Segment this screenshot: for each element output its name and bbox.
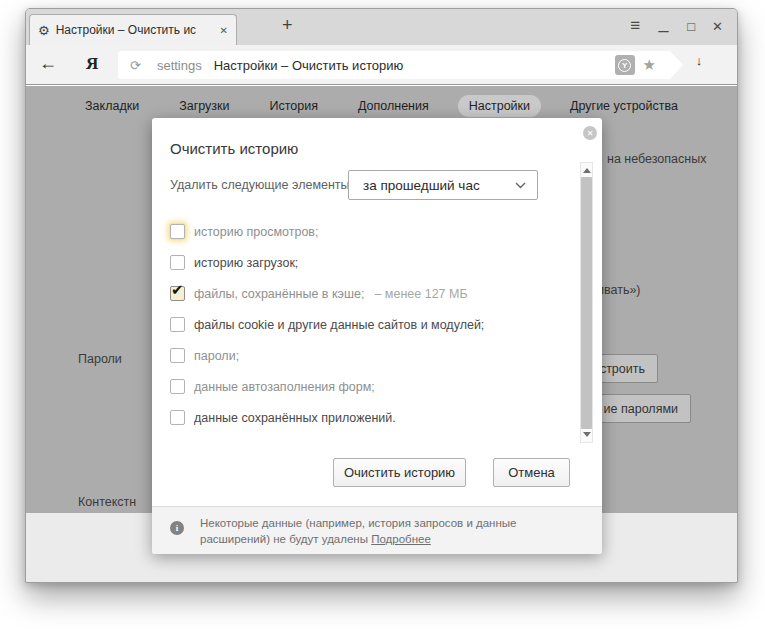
- clear-item-row: данные автозаполнения форм;: [170, 371, 560, 402]
- checkbox-label[interactable]: историю просмотров;: [194, 225, 319, 239]
- checkbox-label[interactable]: историю загрузок;: [194, 256, 298, 270]
- window-menu-button[interactable]: ≡: [630, 17, 640, 35]
- bg-passwords-label: Пароли: [78, 352, 122, 366]
- clear-item-row: пароли;: [170, 340, 560, 371]
- period-label: Удалить следующие элементы:: [170, 178, 353, 192]
- clear-item-row: файлы, сохранённые в кэше; – менее 127 М…: [170, 278, 560, 309]
- dialog-scrollbar[interactable]: [580, 162, 593, 443]
- clear-item-row: историю загрузок;: [170, 247, 560, 278]
- bg-text-unsafe-sites: на небезопасных: [607, 152, 706, 166]
- url-field[interactable]: ⟳ settings Настройки – Очистить историю …: [118, 51, 670, 79]
- window-controls: ≡—□✕: [630, 17, 723, 35]
- tab-close-icon[interactable]: ✕: [220, 25, 228, 36]
- nav-item-link[interactable]: Закладки: [74, 95, 150, 117]
- period-value: за прошедший час: [363, 178, 515, 193]
- scroll-down-icon[interactable]: [583, 432, 591, 437]
- protect-icon[interactable]: Y: [615, 55, 635, 75]
- back-icon[interactable]: ←: [39, 53, 57, 74]
- scrollbar-thumb[interactable]: [581, 177, 592, 429]
- checkbox-label[interactable]: данные автозаполнения форм;: [194, 380, 375, 394]
- cancel-button[interactable]: Отмена: [493, 458, 570, 487]
- dialog-footer: i Некоторые данные (например, история за…: [152, 506, 602, 554]
- checkbox-label[interactable]: файлы cookie и другие данные сайтов и мо…: [194, 318, 484, 332]
- clear-history-button[interactable]: Очистить историю: [333, 458, 466, 487]
- scroll-up-icon[interactable]: [583, 168, 591, 173]
- bg-context-label: Контекстн: [78, 495, 136, 509]
- settings-nav: ЗакладкиЗагрузкиИсторияДополненияНастрой…: [26, 95, 737, 117]
- nav-item-link[interactable]: История: [258, 95, 328, 117]
- url-field-arrow: [670, 51, 683, 79]
- checkbox[interactable]: [170, 348, 185, 363]
- refresh-icon[interactable]: ⟳: [130, 58, 141, 73]
- nav-item-active[interactable]: Настройки: [458, 95, 541, 117]
- window-close-button[interactable]: ✕: [712, 19, 723, 34]
- nav-item-link[interactable]: Другие устройства: [559, 95, 689, 117]
- period-select[interactable]: за прошедший час: [348, 170, 538, 200]
- clear-items-list: историю просмотров; историю загрузок; фа…: [170, 216, 560, 433]
- window-maximize-button[interactable]: □: [687, 19, 695, 34]
- checkbox[interactable]: [170, 379, 185, 394]
- checkbox-label[interactable]: пароли;: [194, 349, 239, 363]
- clear-item-row: файлы cookie и другие данные сайтов и мо…: [170, 309, 560, 340]
- settings-gear-icon: ⚙: [38, 23, 50, 38]
- checkbox-label[interactable]: данные сохранённых приложений.: [194, 411, 396, 425]
- active-tab[interactable]: ⚙ Настройки – Очистить ис ✕: [29, 14, 237, 45]
- clear-history-dialog: ✕ Очистить историю Удалить следующие эле…: [152, 118, 602, 554]
- info-icon: i: [170, 521, 184, 535]
- tab-bar: ⚙ Настройки – Очистить ис ✕ + ≡—□✕: [26, 9, 737, 45]
- dialog-close-icon[interactable]: ✕: [583, 126, 597, 140]
- dialog-title: Очистить историю: [170, 140, 298, 157]
- footer-note: Некоторые данные (например, история запр…: [200, 515, 516, 547]
- bg-text-fragment: ивать»): [597, 283, 641, 297]
- nav-item-link[interactable]: Загрузки: [168, 95, 240, 117]
- clear-item-row: историю просмотров;: [170, 216, 560, 247]
- url-prefix: settings: [157, 58, 202, 73]
- checkbox-suffix: – менее 127 МБ: [374, 287, 467, 301]
- new-tab-button[interactable]: +: [276, 15, 299, 36]
- bookmark-star-icon[interactable]: ★: [643, 56, 656, 74]
- address-bar: ← Я ⟳ settings Настройки – Очистить исто…: [26, 45, 737, 85]
- more-details-link[interactable]: Подробнее: [371, 533, 431, 545]
- nav-item-link[interactable]: Дополнения: [347, 95, 440, 117]
- checkbox[interactable]: [170, 410, 185, 425]
- downloads-icon[interactable]: ↓: [692, 54, 706, 67]
- checkbox-label[interactable]: файлы, сохранённые в кэше;: [194, 287, 364, 301]
- url-title: Настройки – Очистить историю: [214, 58, 403, 73]
- browser-window: ⚙ Настройки – Очистить ис ✕ + ≡—□✕ ← Я ⟳…: [25, 8, 738, 583]
- tab-title: Настройки – Очистить ис: [56, 23, 214, 37]
- checkbox[interactable]: [170, 286, 185, 301]
- yandex-logo[interactable]: Я: [86, 54, 98, 74]
- checkbox[interactable]: [170, 317, 185, 332]
- clear-item-row: данные сохранённых приложений.: [170, 402, 560, 433]
- window-minimize-button[interactable]: —: [659, 23, 669, 38]
- chevron-down-icon: [515, 182, 526, 189]
- checkbox[interactable]: [170, 255, 185, 270]
- checkbox[interactable]: [170, 224, 185, 239]
